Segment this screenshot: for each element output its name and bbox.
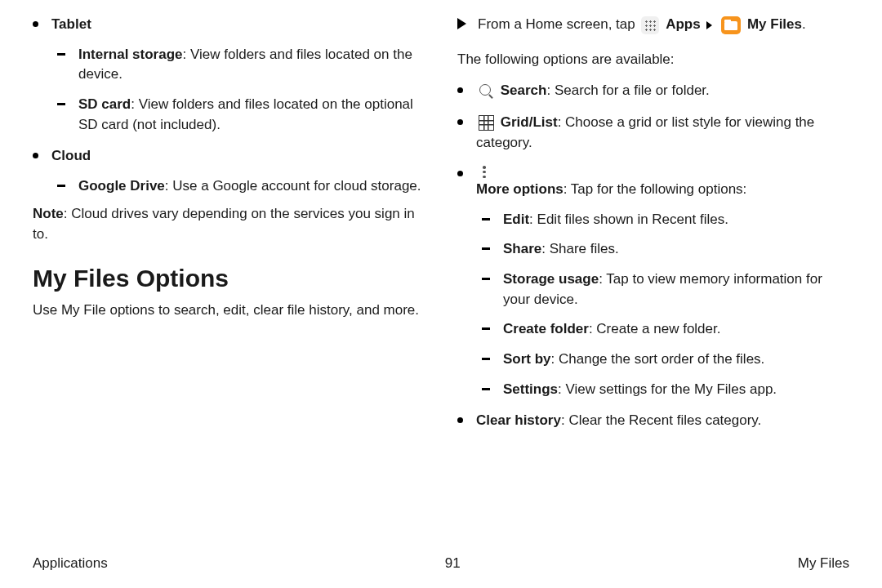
item-desc: : Change the sort order of the files. (551, 351, 765, 367)
my-files-folder-icon (721, 16, 741, 34)
item-desc: : Create a new folder. (589, 321, 721, 336)
note-text: Note: Cloud drives vary depending on the… (33, 204, 425, 244)
item-text: Sort by: Change the sort order of the fi… (503, 350, 849, 370)
item-desc: : Tap for the following options: (564, 181, 747, 197)
dash-icon (482, 247, 490, 250)
item-bold: Sort by (503, 351, 551, 367)
item-bold: Google Drive (78, 178, 165, 194)
list-item-search: Search: Search for a file or folder. (457, 81, 849, 101)
item-text: SD card: View folders and files located … (78, 95, 425, 135)
step-pre: From a Home screen, tap (478, 16, 639, 32)
item-text: Google Drive: Use a Google account for c… (78, 176, 425, 197)
bullet-icon (457, 417, 463, 423)
item-desc: : Clear the Recent files category. (561, 412, 761, 428)
list-item-clear-history: Clear history: Clear the Recent files ca… (457, 411, 849, 431)
bullet-icon (457, 119, 463, 125)
bullet-icon (457, 87, 463, 93)
play-triangle-icon (457, 18, 466, 29)
left-column: Tablet Internal storage: View folders an… (33, 15, 425, 439)
tablet-label: Tablet (51, 15, 425, 35)
grid-icon (479, 115, 494, 131)
cloud-label: Cloud (51, 146, 425, 167)
available-options-text: The following options are available: (457, 50, 849, 70)
step-from-home: From a Home screen, tap Apps My Files. (457, 15, 849, 35)
list-item-sort-by: Sort by: Change the sort order of the fi… (457, 350, 849, 370)
item-bold: SD card (78, 96, 131, 112)
item-desc: : Use a Google account for cloud storage… (165, 178, 421, 194)
item-bold: Edit (503, 212, 529, 227)
list-item-share: Share: Share files. (457, 239, 849, 260)
dash-icon (482, 218, 490, 220)
item-bold: Internal storage (78, 47, 183, 62)
item-bold: Share (503, 241, 541, 256)
item-bold: Grid/List (501, 114, 558, 130)
item-text: Settings: View settings for the My Files… (503, 380, 849, 400)
dash-icon (482, 278, 490, 280)
list-item-tablet: Tablet (33, 15, 425, 35)
item-bold: Search (501, 82, 547, 98)
chevron-right-icon (706, 21, 712, 29)
dash-icon (482, 327, 490, 330)
item-text: Search: Search for a file or folder. (476, 81, 849, 101)
bullet-icon (33, 153, 38, 158)
intro-text: Use My File options to search, edit, cle… (33, 301, 425, 321)
list-item-edit: Edit: Edit files shown in Recent files. (457, 210, 849, 230)
myfiles-label: My Files (747, 16, 802, 32)
list-item-google-drive: Google Drive: Use a Google account for c… (33, 176, 425, 197)
footer-page-number: 91 (445, 555, 461, 572)
heading-my-files-options: My Files Options (33, 265, 425, 292)
dash-icon (482, 358, 490, 360)
item-text: Create folder: Create a new folder. (503, 319, 849, 340)
item-text: Share: Share files. (503, 239, 849, 260)
page-columns: Tablet Internal storage: View folders an… (33, 15, 849, 439)
footer-right: My Files (798, 555, 849, 572)
list-item-grid-list: Grid/List: Choose a grid or list style f… (457, 113, 849, 153)
item-text: Edit: Edit files shown in Recent files. (503, 210, 849, 230)
dash-icon (57, 103, 65, 105)
bullet-icon (457, 171, 463, 176)
item-desc: : Share files. (541, 241, 619, 256)
item-bold: Clear history (476, 412, 561, 428)
item-bold: Settings (503, 381, 558, 397)
note-body: : Cloud drives vary depending on the ser… (33, 206, 415, 242)
item-desc: : Search for a file or folder. (546, 82, 709, 98)
item-text: More options: Tap for the following opti… (476, 164, 849, 200)
list-item-internal-storage: Internal storage: View folders and files… (33, 45, 425, 85)
item-text: Storage usage: Tap to view memory inform… (503, 270, 849, 310)
apps-grid-icon (641, 16, 659, 34)
list-item-create-folder: Create folder: Create a new folder. (457, 319, 849, 340)
list-item-settings: Settings: View settings for the My Files… (457, 380, 849, 400)
dash-icon (482, 388, 490, 390)
right-column: From a Home screen, tap Apps My Files. T… (457, 15, 849, 439)
dash-icon (57, 185, 65, 187)
note-bold: Note (33, 206, 64, 221)
bullet-icon (33, 21, 38, 27)
apps-label: Apps (666, 16, 701, 32)
item-text: Grid/List: Choose a grid or list style f… (476, 113, 849, 153)
search-icon (479, 83, 494, 99)
list-item-storage-usage: Storage usage: Tap to view memory inform… (457, 270, 849, 310)
list-item-more-options: More options: Tap for the following opti… (457, 164, 849, 200)
list-item-cloud: Cloud (33, 146, 425, 167)
item-bold: Storage usage (503, 271, 599, 287)
item-bold: Create folder (503, 321, 589, 336)
item-desc: : View settings for the My Files app. (558, 381, 777, 397)
list-item-sd-card: SD card: View folders and files located … (33, 95, 425, 135)
more-options-icon (479, 164, 490, 180)
dash-icon (57, 53, 65, 56)
item-text: Clear history: Clear the Recent files ca… (476, 411, 849, 431)
item-text: Internal storage: View folders and files… (78, 45, 425, 85)
page-footer: Applications 91 My Files (33, 555, 849, 572)
footer-left: Applications (33, 555, 108, 572)
item-desc: : Edit files shown in Recent files. (529, 212, 728, 227)
step-text: From a Home screen, tap Apps My Files. (478, 15, 849, 35)
item-bold: More options (476, 181, 564, 197)
